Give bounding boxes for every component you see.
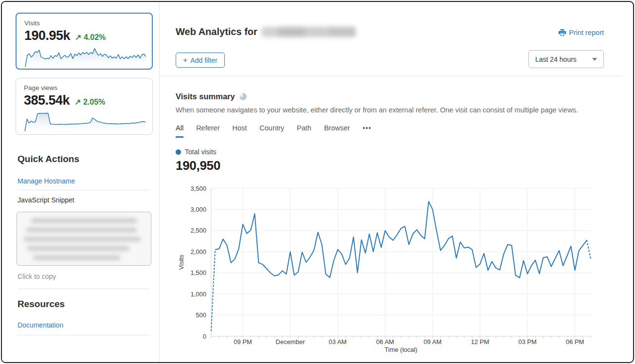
manage-hostname-link[interactable]: Manage Hostname	[18, 177, 75, 185]
printer-icon	[559, 29, 566, 36]
metric-card-page-views[interactable]: Page views 385.54k ↗ 2.05%	[16, 78, 153, 135]
visits-card-change: ↗ 4.02%	[75, 33, 106, 42]
tab-host[interactable]: Host	[232, 124, 247, 138]
page-views-sparkline	[24, 109, 146, 134]
summary-tabs: All Referer Host Country Path Browser ••…	[176, 124, 371, 138]
visits-sparkline	[24, 45, 147, 69]
time-range-dropdown[interactable]: Last 24 hours	[528, 50, 604, 68]
svg-text:09 PM: 09 PM	[234, 338, 252, 346]
page-views-card-value: 385.54k	[24, 93, 70, 108]
redacted-code-line	[24, 237, 141, 241]
add-filter-button[interactable]: + Add filter	[176, 53, 225, 68]
line-chart: 05001,0001,5002,0002,5003,0003,50009 PMD…	[176, 183, 594, 356]
svg-text:2,000: 2,000	[190, 248, 206, 255]
app-window: Visits 190.95k ↗ 4.02% Page views 385.54…	[1, 1, 634, 363]
total-visits-value: 190,950	[176, 158, 220, 173]
tab-more[interactable]: •••	[363, 124, 371, 138]
legend-dot-icon	[176, 149, 181, 155]
code-snippet-box[interactable]	[17, 212, 151, 266]
svg-text:500: 500	[196, 311, 206, 319]
svg-text:1,000: 1,000	[190, 291, 206, 298]
javascript-snippet-label: JavaScript Snippet	[18, 196, 74, 204]
svg-text:Time (local): Time (local)	[384, 346, 417, 353]
svg-text:3,500: 3,500	[190, 185, 206, 192]
trend-up-icon: ↗	[74, 98, 81, 106]
header-divider	[160, 76, 622, 76]
visits-card-value: 190.95k	[24, 28, 70, 43]
svg-text:06 PM: 06 PM	[566, 338, 584, 346]
divider	[18, 289, 150, 289]
redacted-code-line	[27, 246, 129, 251]
sidebar: Visits 190.95k ↗ 4.02% Page views 385.54…	[2, 2, 159, 362]
print-report-button[interactable]: Print report	[559, 29, 604, 36]
visits-card-label: Visits	[24, 19, 144, 27]
svg-text:03 PM: 03 PM	[518, 338, 537, 346]
redacted-code-line	[34, 255, 120, 260]
svg-text:12 PM: 12 PM	[471, 338, 490, 346]
legend-label: Total visits	[185, 148, 217, 156]
sidebar-divider	[159, 2, 160, 362]
page-title: Web Analytics for	[176, 26, 356, 37]
page-views-card-label: Page views	[24, 84, 145, 91]
svg-text:December: December	[276, 338, 306, 346]
pie-chart-icon	[239, 93, 247, 100]
svg-text:09 AM: 09 AM	[424, 338, 442, 346]
tab-browser[interactable]: Browser	[324, 124, 350, 138]
tab-referer[interactable]: Referer	[196, 124, 219, 138]
redacted-code-line	[31, 218, 137, 223]
svg-text:03 AM: 03 AM	[329, 338, 347, 346]
svg-text:3,000: 3,000	[190, 206, 206, 213]
chart-legend: Total visits	[176, 148, 217, 156]
tab-country[interactable]: Country	[259, 124, 284, 138]
redacted-code-line	[26, 228, 137, 232]
redacted-domain	[262, 27, 356, 37]
divider	[18, 190, 150, 190]
resources-title: Resources	[18, 299, 65, 309]
metric-card-visits[interactable]: Visits 190.95k ↗ 4.02%	[16, 13, 153, 70]
tab-all[interactable]: All	[176, 124, 183, 138]
tab-path[interactable]: Path	[297, 124, 311, 138]
chevron-down-icon	[592, 58, 597, 61]
svg-text:06 AM: 06 AM	[376, 338, 394, 346]
visits-summary-description: When someone navigates to your website, …	[176, 106, 599, 114]
visits-summary-title: Visits summary	[176, 92, 235, 101]
visits-chart: 05001,0001,5002,0002,5003,0003,50009 PMD…	[176, 183, 594, 358]
svg-text:1,500: 1,500	[190, 269, 206, 276]
quick-actions-title: Quick Actions	[18, 154, 79, 164]
svg-text:2,500: 2,500	[190, 227, 206, 234]
page-views-card-change: ↗ 2.05%	[74, 97, 105, 107]
divider	[18, 335, 150, 335]
documentation-link[interactable]: Documentation	[18, 321, 63, 329]
svg-text:0: 0	[203, 333, 206, 340]
copy-hint: Click to copy	[18, 273, 56, 280]
plus-icon: +	[183, 56, 187, 65]
svg-text:Visits: Visits	[178, 255, 185, 270]
trend-up-icon: ↗	[75, 33, 81, 41]
time-range-value: Last 24 hours	[535, 55, 577, 63]
